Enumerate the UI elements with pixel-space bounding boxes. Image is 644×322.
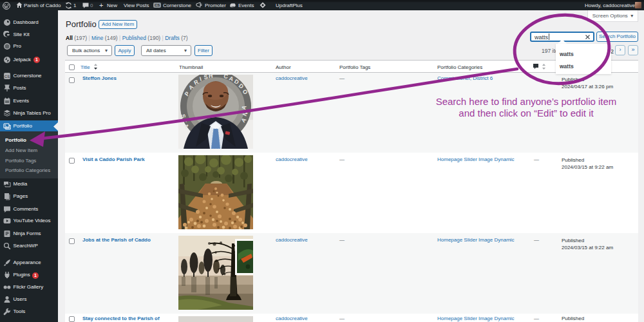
svg-text:S: S	[204, 75, 208, 80]
svg-text:H: H	[209, 75, 213, 79]
svg-text:CS: CS	[4, 74, 9, 78]
